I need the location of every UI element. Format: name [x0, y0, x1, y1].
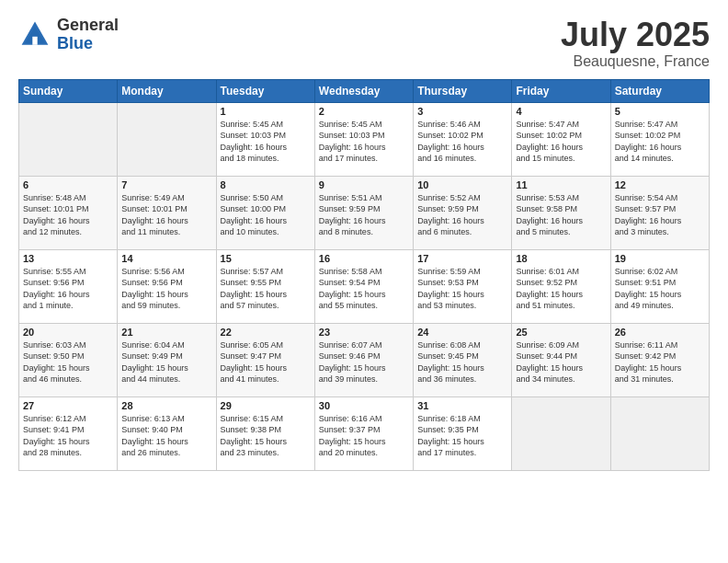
- day-info: Sunrise: 5:53 AM Sunset: 9:58 PM Dayligh…: [516, 192, 606, 238]
- calendar-cell: 8Sunrise: 5:50 AM Sunset: 10:00 PM Dayli…: [216, 176, 314, 249]
- day-info: Sunrise: 5:52 AM Sunset: 9:59 PM Dayligh…: [417, 192, 507, 238]
- calendar-cell: 2Sunrise: 5:45 AM Sunset: 10:03 PM Dayli…: [314, 102, 413, 176]
- day-number: 8: [221, 179, 311, 190]
- day-info: Sunrise: 6:18 AM Sunset: 9:35 PM Dayligh…: [417, 413, 507, 459]
- calendar-cell: 28Sunrise: 6:13 AM Sunset: 9:40 PM Dayli…: [118, 396, 216, 470]
- day-info: Sunrise: 6:16 AM Sunset: 9:37 PM Dayligh…: [319, 413, 409, 459]
- day-info: Sunrise: 5:55 AM Sunset: 9:56 PM Dayligh…: [23, 266, 113, 312]
- day-info: Sunrise: 6:05 AM Sunset: 9:47 PM Dayligh…: [221, 339, 311, 385]
- day-number: 19: [615, 253, 705, 264]
- day-info: Sunrise: 6:03 AM Sunset: 9:50 PM Dayligh…: [23, 339, 113, 385]
- day-info: Sunrise: 6:07 AM Sunset: 9:46 PM Dayligh…: [319, 339, 409, 385]
- day-number: 11: [516, 179, 606, 190]
- page: General Blue July 2025 Beauquesne, Franc…: [0, 0, 728, 563]
- day-info: Sunrise: 5:49 AM Sunset: 10:01 PM Daylig…: [121, 192, 211, 238]
- calendar-cell: 3Sunrise: 5:46 AM Sunset: 10:02 PM Dayli…: [414, 102, 512, 176]
- day-number: 24: [417, 327, 507, 338]
- calendar-cell: 30Sunrise: 6:16 AM Sunset: 9:37 PM Dayli…: [314, 396, 413, 470]
- day-number: 23: [319, 327, 409, 338]
- day-info: Sunrise: 6:02 AM Sunset: 9:51 PM Dayligh…: [615, 266, 705, 312]
- day-number: 4: [516, 106, 606, 117]
- day-number: 6: [23, 179, 113, 190]
- calendar-cell: 26Sunrise: 6:11 AM Sunset: 9:42 PM Dayli…: [610, 323, 709, 396]
- calendar-cell: 13Sunrise: 5:55 AM Sunset: 9:56 PM Dayli…: [19, 249, 118, 323]
- svg-rect-2: [32, 37, 37, 45]
- calendar-cell: 19Sunrise: 6:02 AM Sunset: 9:51 PM Dayli…: [610, 249, 709, 323]
- day-number: 7: [121, 179, 211, 190]
- calendar-cell: [118, 102, 216, 176]
- calendar-cell: 31Sunrise: 6:18 AM Sunset: 9:35 PM Dayli…: [414, 396, 512, 470]
- calendar-cell: [512, 396, 610, 470]
- day-number: 13: [23, 253, 113, 264]
- day-number: 20: [23, 327, 113, 338]
- day-info: Sunrise: 6:01 AM Sunset: 9:52 PM Dayligh…: [516, 266, 606, 312]
- calendar: SundayMondayTuesdayWednesdayThursdayFrid…: [18, 79, 710, 471]
- day-number: 28: [121, 400, 211, 411]
- calendar-cell: 21Sunrise: 6:04 AM Sunset: 9:49 PM Dayli…: [118, 323, 216, 396]
- day-info: Sunrise: 5:56 AM Sunset: 9:56 PM Dayligh…: [121, 266, 211, 312]
- day-of-week-monday: Monday: [118, 79, 216, 102]
- week-row-1: 6Sunrise: 5:48 AM Sunset: 10:01 PM Dayli…: [19, 176, 710, 249]
- day-number: 15: [221, 253, 311, 264]
- month-title: July 2025: [561, 17, 710, 53]
- calendar-cell: 7Sunrise: 5:49 AM Sunset: 10:01 PM Dayli…: [118, 176, 216, 249]
- day-of-week-saturday: Saturday: [610, 79, 709, 102]
- day-number: 9: [319, 179, 409, 190]
- day-number: 1: [221, 106, 311, 117]
- calendar-cell: 14Sunrise: 5:56 AM Sunset: 9:56 PM Dayli…: [118, 249, 216, 323]
- logo: General Blue: [18, 17, 119, 53]
- calendar-cell: 6Sunrise: 5:48 AM Sunset: 10:01 PM Dayli…: [19, 176, 118, 249]
- day-of-week-tuesday: Tuesday: [216, 79, 314, 102]
- calendar-cell: 1Sunrise: 5:45 AM Sunset: 10:03 PM Dayli…: [216, 102, 314, 176]
- day-info: Sunrise: 6:04 AM Sunset: 9:49 PM Dayligh…: [121, 339, 211, 385]
- calendar-cell: 25Sunrise: 6:09 AM Sunset: 9:44 PM Dayli…: [512, 323, 610, 396]
- calendar-cell: 5Sunrise: 5:47 AM Sunset: 10:02 PM Dayli…: [610, 102, 709, 176]
- day-number: 16: [319, 253, 409, 264]
- header: General Blue July 2025 Beauquesne, Franc…: [18, 17, 710, 70]
- day-info: Sunrise: 6:13 AM Sunset: 9:40 PM Dayligh…: [121, 413, 211, 459]
- day-info: Sunrise: 6:08 AM Sunset: 9:45 PM Dayligh…: [417, 339, 507, 385]
- day-of-week-wednesday: Wednesday: [314, 79, 413, 102]
- day-info: Sunrise: 5:54 AM Sunset: 9:57 PM Dayligh…: [615, 192, 705, 238]
- day-info: Sunrise: 6:09 AM Sunset: 9:44 PM Dayligh…: [516, 339, 606, 385]
- day-info: Sunrise: 5:59 AM Sunset: 9:53 PM Dayligh…: [417, 266, 507, 312]
- day-number: 2: [319, 106, 409, 117]
- calendar-cell: 20Sunrise: 6:03 AM Sunset: 9:50 PM Dayli…: [19, 323, 118, 396]
- calendar-cell: 11Sunrise: 5:53 AM Sunset: 9:58 PM Dayli…: [512, 176, 610, 249]
- calendar-cell: 9Sunrise: 5:51 AM Sunset: 9:59 PM Daylig…: [314, 176, 413, 249]
- title-block: July 2025 Beauquesne, France: [561, 17, 710, 70]
- calendar-cell: 29Sunrise: 6:15 AM Sunset: 9:38 PM Dayli…: [216, 396, 314, 470]
- day-number: 5: [615, 106, 705, 117]
- calendar-cell: [610, 396, 709, 470]
- day-info: Sunrise: 5:50 AM Sunset: 10:00 PM Daylig…: [221, 192, 311, 238]
- calendar-cell: 12Sunrise: 5:54 AM Sunset: 9:57 PM Dayli…: [610, 176, 709, 249]
- day-of-week-sunday: Sunday: [19, 79, 118, 102]
- day-info: Sunrise: 5:58 AM Sunset: 9:54 PM Dayligh…: [319, 266, 409, 312]
- day-number: 29: [221, 400, 311, 411]
- day-info: Sunrise: 6:15 AM Sunset: 9:38 PM Dayligh…: [221, 413, 311, 459]
- day-info: Sunrise: 5:45 AM Sunset: 10:03 PM Daylig…: [319, 119, 409, 165]
- day-number: 26: [615, 327, 705, 338]
- calendar-cell: 16Sunrise: 5:58 AM Sunset: 9:54 PM Dayli…: [314, 249, 413, 323]
- day-number: 18: [516, 253, 606, 264]
- day-of-week-friday: Friday: [512, 79, 610, 102]
- calendar-cell: 15Sunrise: 5:57 AM Sunset: 9:55 PM Dayli…: [216, 249, 314, 323]
- day-number: 17: [417, 253, 507, 264]
- day-number: 22: [221, 327, 311, 338]
- day-of-week-thursday: Thursday: [414, 79, 512, 102]
- logo-general: General: [57, 17, 119, 35]
- day-info: Sunrise: 5:47 AM Sunset: 10:02 PM Daylig…: [615, 119, 705, 165]
- day-number: 31: [417, 400, 507, 411]
- day-number: 30: [319, 400, 409, 411]
- day-info: Sunrise: 5:48 AM Sunset: 10:01 PM Daylig…: [23, 192, 113, 238]
- calendar-cell: 27Sunrise: 6:12 AM Sunset: 9:41 PM Dayli…: [19, 396, 118, 470]
- calendar-cell: 23Sunrise: 6:07 AM Sunset: 9:46 PM Dayli…: [314, 323, 413, 396]
- day-number: 27: [23, 400, 113, 411]
- week-row-4: 27Sunrise: 6:12 AM Sunset: 9:41 PM Dayli…: [19, 396, 710, 470]
- day-number: 21: [121, 327, 211, 338]
- day-info: Sunrise: 6:12 AM Sunset: 9:41 PM Dayligh…: [23, 413, 113, 459]
- calendar-cell: 22Sunrise: 6:05 AM Sunset: 9:47 PM Dayli…: [216, 323, 314, 396]
- week-row-3: 20Sunrise: 6:03 AM Sunset: 9:50 PM Dayli…: [19, 323, 710, 396]
- calendar-cell: 18Sunrise: 6:01 AM Sunset: 9:52 PM Dayli…: [512, 249, 610, 323]
- location: Beauquesne, France: [561, 53, 710, 70]
